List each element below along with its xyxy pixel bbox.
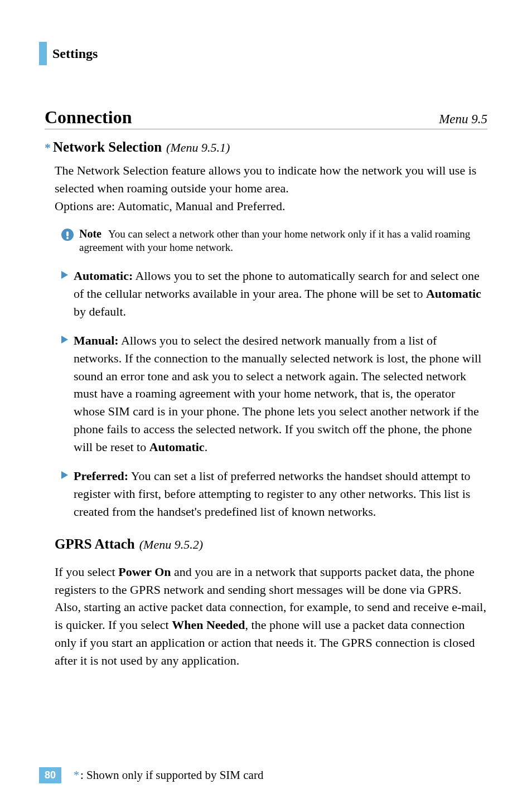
bullet-manual-text: Manual: Allows you to select the desired…: [74, 332, 487, 456]
page-number: 80: [39, 767, 61, 783]
bullet-automatic-text: Automatic: Allows you to set the phone t…: [74, 267, 487, 321]
connection-title: Connection: [45, 107, 132, 128]
footer: 80 * : Shown only if supported by SIM ca…: [39, 767, 263, 783]
blue-bar-icon: [39, 42, 47, 65]
bullet-preferred: Preferred: You can set a list of preferr…: [61, 467, 487, 521]
network-intro-2: Options are: Automatic, Manual and Prefe…: [55, 197, 487, 215]
network-intro-1: The Network Selection feature allows you…: [55, 162, 487, 197]
asterisk-icon: *: [45, 141, 51, 155]
section-title: Settings: [52, 46, 98, 61]
network-selection-menu-ref: (Menu 9.5.1): [166, 141, 230, 155]
triangle-bullet-icon: [61, 336, 68, 346]
svg-marker-3: [61, 271, 68, 279]
gprs-heading: GPRS Attach (Menu 9.5.2): [55, 536, 487, 552]
note-box: Note You can select a network other than…: [61, 227, 487, 255]
svg-point-2: [66, 237, 69, 239]
note-content: Note You can select a network other than…: [79, 227, 487, 255]
triangle-bullet-icon: [61, 471, 68, 481]
network-selection-heading: * Network Selection (Menu 9.5.1): [45, 139, 487, 155]
gprs-title: GPRS Attach: [55, 536, 135, 552]
connection-heading-row: Connection Menu 9.5: [45, 107, 487, 129]
footer-asterisk-icon: *: [74, 769, 79, 782]
network-selection-title: Network Selection: [53, 139, 162, 155]
connection-menu-ref: Menu 9.5: [439, 112, 487, 127]
svg-marker-5: [61, 471, 68, 479]
bullet-manual: Manual: Allows you to select the desired…: [61, 332, 487, 456]
bullet-preferred-text: Preferred: You can set a list of preferr…: [74, 467, 487, 521]
gprs-body-text: If you select Power On and you are in a …: [55, 563, 487, 670]
note-text: You can select a network other than your…: [79, 228, 470, 254]
bullet-automatic: Automatic: Allows you to set the phone t…: [61, 267, 487, 321]
gprs-menu-ref: (Menu 9.5.2): [139, 537, 203, 552]
svg-marker-4: [61, 336, 68, 343]
footer-text: : Shown only if supported by SIM card: [80, 768, 263, 782]
section-header: Settings: [39, 42, 487, 65]
info-icon: [61, 229, 74, 243]
note-label: Note: [79, 227, 101, 240]
triangle-bullet-icon: [61, 271, 68, 281]
svg-rect-1: [66, 231, 69, 236]
